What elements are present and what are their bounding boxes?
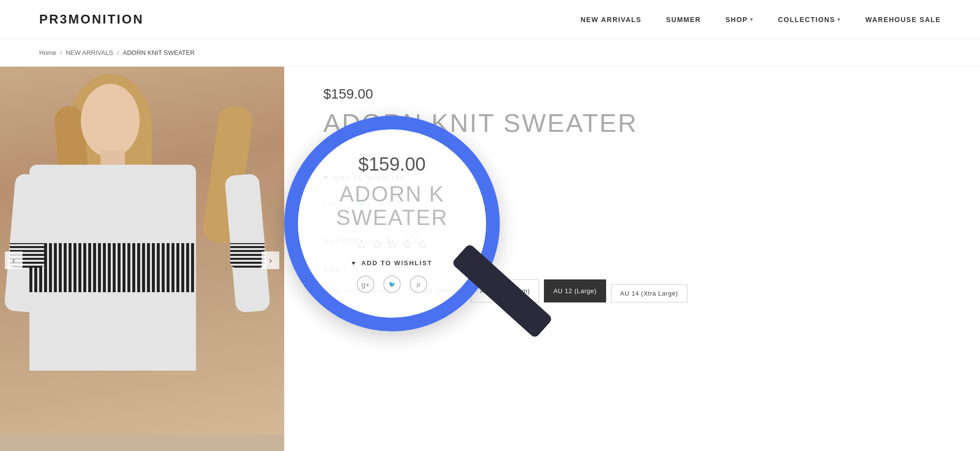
breadcrumb-home[interactable]: Home [39,49,56,56]
collections-chevron-icon: ▾ [837,17,841,22]
nav-collections[interactable]: COLLECTIONS ▾ [778,16,841,24]
wishlist-label: ADD TO WISHLIST [334,174,405,181]
breadcrumb-new-arrivals[interactable]: NEW ARRIVALS [66,49,113,56]
model-sweater-pattern [29,243,196,292]
pinterest-icon[interactable]: 𝕡 [380,194,399,213]
star-rating[interactable]: ☆ ☆ ☆ ☆ ☆ [323,147,941,163]
quantity-controls: + − [403,230,419,251]
shop-chevron-icon: ▾ [750,17,754,22]
size-section: SIZE * AU 06 (Xtra Small) AU 08 (Small) … [323,266,941,302]
breadcrumb-current: ADORN KNIT SWEATER [123,49,195,56]
star-4[interactable]: ☆ [369,147,381,163]
google-plus-icon[interactable]: g+ [323,194,342,213]
nav-warehouse-sale[interactable]: WAREHOUSE SALE [865,16,941,24]
model-arm-pattern-right [230,243,265,268]
size-large[interactable]: AU 12 (Large) [544,279,606,302]
star-2[interactable]: ☆ [339,147,351,163]
product-image-section: ‹ › [0,67,284,451]
star-1[interactable]: ☆ [323,147,336,163]
size-small[interactable]: AU 08 (Small) [404,279,466,302]
product-details: $159.00 ADORN KNIT SWEATER ☆ ☆ ☆ ☆ ☆ ♥ A… [284,67,980,451]
nav-new-arrivals[interactable]: NEW ARRIVALS [581,16,642,24]
breadcrumb-sep-2: / [117,49,119,56]
product-price: $159.00 [323,86,941,102]
size-medium[interactable]: AU 10 (Medium) [471,279,539,302]
quantity-label: QUANTITY [323,237,364,245]
main-content: ‹ › $159.00 ADORN KNIT SWEATER ☆ ☆ ☆ ☆ ☆… [0,67,980,451]
model-face [81,84,140,157]
nav-summer[interactable]: SUMMER [666,16,701,24]
product-photo [0,67,284,434]
nav-shop[interactable]: SHOP ▾ [725,16,753,24]
breadcrumb-sep-1: / [60,49,62,56]
size-xtra-large[interactable]: AU 14 (Xtra Large) [611,284,687,302]
header: PR3MONITION NEW ARRIVALS SUMMER SHOP ▾ C… [0,0,980,39]
quantity-input-wrap: + − [373,230,420,251]
heart-icon: ♥ [323,173,329,182]
prev-image-button[interactable]: ‹ [5,251,23,269]
breadcrumb: Home / NEW ARRIVALS / ADORN KNIT SWEATER [0,39,980,67]
quantity-input[interactable] [374,230,403,251]
brand-logo[interactable]: PR3MONITION [39,12,144,27]
social-share: g+ 🐦 𝕡 [323,194,941,213]
quantity-section: QUANTITY + − [323,230,941,251]
twitter-icon[interactable]: 🐦 [352,194,370,213]
add-to-wishlist-button[interactable]: ♥ ADD TO WISHLIST [323,173,941,182]
quantity-decrease-button[interactable]: − [404,241,419,251]
quantity-increase-button[interactable]: + [404,230,419,241]
next-image-button[interactable]: › [262,251,279,269]
size-label: SIZE * [323,266,941,274]
star-5[interactable]: ☆ [384,147,396,163]
product-name: ADORN KNIT SWEATER [323,109,941,137]
size-options: AU 06 (Xtra Small) AU 08 (Small) AU 10 (… [323,279,941,302]
star-3[interactable]: ☆ [354,147,366,163]
main-nav: NEW ARRIVALS SUMMER SHOP ▾ COLLECTIONS ▾… [581,16,941,24]
size-xtra-small[interactable]: AU 06 (Xtra Small) [323,279,399,302]
